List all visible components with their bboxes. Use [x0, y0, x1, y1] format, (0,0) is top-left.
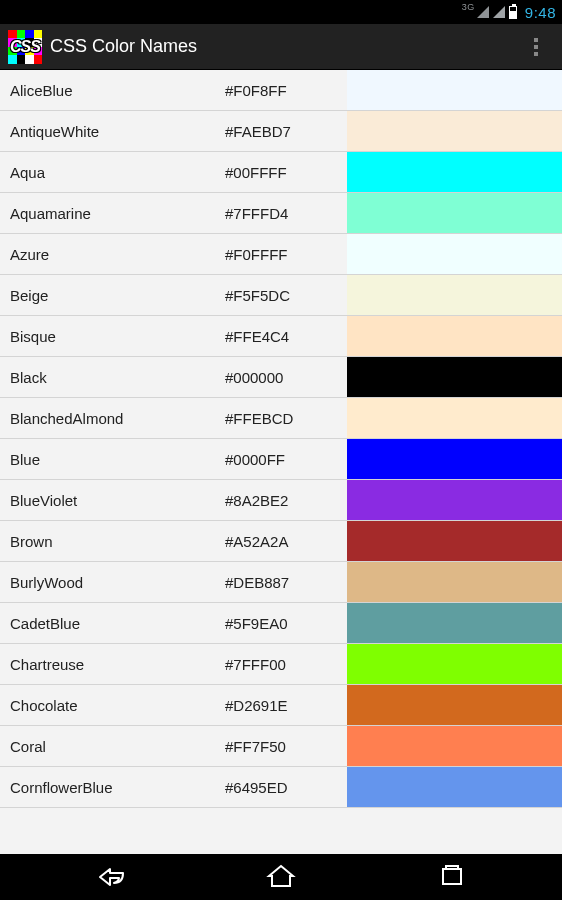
- color-hex: #FF7F50: [225, 738, 347, 755]
- back-icon: [96, 862, 126, 892]
- color-name: CadetBlue: [0, 615, 225, 632]
- color-name: Bisque: [0, 328, 225, 345]
- network-type-label: 3G: [462, 2, 475, 12]
- home-button[interactable]: [221, 854, 341, 900]
- action-bar: CSS CSS Color Names: [0, 24, 562, 70]
- color-name: Coral: [0, 738, 225, 755]
- color-row[interactable]: Brown#A52A2A: [0, 521, 562, 562]
- recents-button[interactable]: [392, 854, 512, 900]
- color-swatch: [347, 234, 562, 274]
- overflow-menu-button[interactable]: [518, 29, 554, 65]
- color-row[interactable]: Chocolate#D2691E: [0, 685, 562, 726]
- color-list[interactable]: AliceBlue#F0F8FFAntiqueWhite#FAEBD7Aqua#…: [0, 70, 562, 900]
- app-icon: CSS: [8, 30, 42, 64]
- color-name: BlanchedAlmond: [0, 410, 225, 427]
- color-hex: #0000FF: [225, 451, 347, 468]
- color-name: Beige: [0, 287, 225, 304]
- color-hex: #000000: [225, 369, 347, 386]
- status-clock: 9:48: [525, 4, 556, 21]
- color-name: Black: [0, 369, 225, 386]
- color-row[interactable]: Beige#F5F5DC: [0, 275, 562, 316]
- color-row[interactable]: Aquamarine#7FFFD4: [0, 193, 562, 234]
- color-swatch: [347, 357, 562, 397]
- color-row[interactable]: CadetBlue#5F9EA0: [0, 603, 562, 644]
- color-name: Chartreuse: [0, 656, 225, 673]
- color-hex: #A52A2A: [225, 533, 347, 550]
- color-swatch: [347, 603, 562, 643]
- app-icon-text: CSS: [8, 30, 42, 64]
- color-swatch: [347, 644, 562, 684]
- color-name: BurlyWood: [0, 574, 225, 591]
- color-row[interactable]: BlueViolet#8A2BE2: [0, 480, 562, 521]
- color-swatch: [347, 316, 562, 356]
- color-row[interactable]: Bisque#FFE4C4: [0, 316, 562, 357]
- color-row[interactable]: AliceBlue#F0F8FF: [0, 70, 562, 111]
- overflow-dot-icon: [534, 52, 538, 56]
- color-swatch: [347, 70, 562, 110]
- color-hex: #5F9EA0: [225, 615, 347, 632]
- overflow-dot-icon: [534, 45, 538, 49]
- color-name: Azure: [0, 246, 225, 263]
- svg-rect-1: [446, 866, 458, 869]
- overflow-dot-icon: [534, 38, 538, 42]
- color-swatch: [347, 562, 562, 602]
- recents-icon: [437, 862, 467, 892]
- color-swatch: [347, 685, 562, 725]
- color-swatch: [347, 439, 562, 479]
- color-row[interactable]: Azure#F0FFFF: [0, 234, 562, 275]
- home-icon: [266, 862, 296, 892]
- color-row[interactable]: BurlyWood#DEB887: [0, 562, 562, 603]
- color-name: Aqua: [0, 164, 225, 181]
- color-swatch: [347, 726, 562, 766]
- signal-icon: [477, 6, 489, 18]
- color-hex: #FAEBD7: [225, 123, 347, 140]
- color-name: Aquamarine: [0, 205, 225, 222]
- color-hex: #FFE4C4: [225, 328, 347, 345]
- color-swatch: [347, 152, 562, 192]
- color-hex: #FFEBCD: [225, 410, 347, 427]
- signal-icon: [493, 6, 505, 18]
- color-name: Chocolate: [0, 697, 225, 714]
- back-button[interactable]: [51, 854, 171, 900]
- color-name: AntiqueWhite: [0, 123, 225, 140]
- color-hex: #7FFF00: [225, 656, 347, 673]
- color-swatch: [347, 767, 562, 807]
- color-row[interactable]: AntiqueWhite#FAEBD7: [0, 111, 562, 152]
- color-row[interactable]: Coral#FF7F50: [0, 726, 562, 767]
- color-row[interactable]: Black#000000: [0, 357, 562, 398]
- color-row[interactable]: CornflowerBlue#6495ED: [0, 767, 562, 808]
- svg-rect-0: [443, 869, 461, 884]
- app-title: CSS Color Names: [50, 36, 518, 57]
- system-nav-bar: [0, 854, 562, 900]
- color-name: Blue: [0, 451, 225, 468]
- color-name: Brown: [0, 533, 225, 550]
- color-swatch: [347, 275, 562, 315]
- color-row[interactable]: Aqua#00FFFF: [0, 152, 562, 193]
- color-name: AliceBlue: [0, 82, 225, 99]
- battery-icon: [509, 6, 517, 19]
- color-row[interactable]: Chartreuse#7FFF00: [0, 644, 562, 685]
- color-hex: #D2691E: [225, 697, 347, 714]
- color-hex: #F5F5DC: [225, 287, 347, 304]
- color-name: CornflowerBlue: [0, 779, 225, 796]
- color-row[interactable]: BlanchedAlmond#FFEBCD: [0, 398, 562, 439]
- color-swatch: [347, 398, 562, 438]
- color-hex: #00FFFF: [225, 164, 347, 181]
- color-swatch: [347, 193, 562, 233]
- color-hex: #6495ED: [225, 779, 347, 796]
- color-hex: #8A2BE2: [225, 492, 347, 509]
- status-bar: 3G 9:48: [0, 0, 562, 24]
- color-swatch: [347, 521, 562, 561]
- color-hex: #F0FFFF: [225, 246, 347, 263]
- color-row[interactable]: Blue#0000FF: [0, 439, 562, 480]
- color-hex: #7FFFD4: [225, 205, 347, 222]
- color-hex: #DEB887: [225, 574, 347, 591]
- color-swatch: [347, 111, 562, 151]
- color-hex: #F0F8FF: [225, 82, 347, 99]
- color-swatch: [347, 480, 562, 520]
- color-name: BlueViolet: [0, 492, 225, 509]
